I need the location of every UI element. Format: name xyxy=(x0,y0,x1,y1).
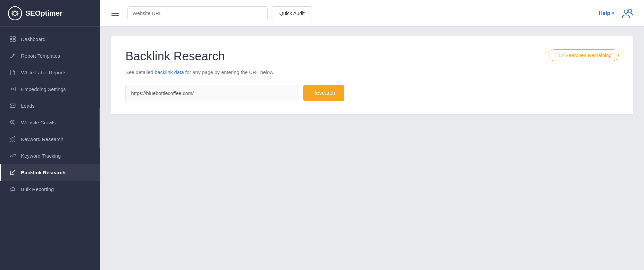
edit-icon xyxy=(9,52,16,59)
user-avatar-button[interactable] xyxy=(621,7,635,20)
header-url-input[interactable] xyxy=(127,6,268,20)
help-button[interactable]: Help ▾ xyxy=(599,10,614,16)
hamburger-line-1 xyxy=(111,11,119,11)
sidebar-item-backlink-research[interactable]: Backlink Research xyxy=(0,164,100,181)
svg-line-9 xyxy=(14,124,15,125)
sidebar-item-website-crawls[interactable]: Website Crawls xyxy=(0,114,100,131)
external-link-icon xyxy=(9,169,16,176)
desc-after: for any page by entering the URL below. xyxy=(184,69,274,75)
main-content: Backlink Research See detailed backlink … xyxy=(100,27,644,270)
svg-rect-12 xyxy=(10,138,11,141)
hamburger-line-3 xyxy=(111,15,119,16)
sidebar-item-leads-label: Leads xyxy=(21,103,35,109)
searches-remaining-badge: 112 Searches Remaining xyxy=(549,49,619,61)
hamburger-button[interactable] xyxy=(109,9,121,18)
desc-before: See detailed xyxy=(125,69,155,75)
svg-point-16 xyxy=(624,10,628,13)
svg-point-1 xyxy=(13,12,17,15)
svg-rect-3 xyxy=(13,36,16,39)
sidebar-item-backlink-research-label: Backlink Research xyxy=(21,170,65,175)
sidebar-item-report-templates[interactable]: Report Templates xyxy=(0,47,100,64)
sidebar-item-embedding-settings[interactable]: Embedding Settings xyxy=(0,81,100,97)
quick-audit-button[interactable]: Quick Audit xyxy=(272,6,312,20)
sidebar-item-dashboard-label: Dashboard xyxy=(21,36,45,42)
svg-rect-2 xyxy=(10,36,12,39)
help-caret-icon: ▾ xyxy=(612,11,614,16)
sidebar: SEOptimer Dashboard Report xyxy=(0,0,100,270)
trending-icon xyxy=(9,152,16,159)
cloud-icon xyxy=(9,185,16,193)
research-search-row: Research xyxy=(125,85,619,101)
main-area: Quick Audit Help ▾ Backlink Research See… xyxy=(100,0,644,270)
bar-chart-icon xyxy=(9,135,16,143)
svg-rect-5 xyxy=(13,40,16,42)
sidebar-item-embedding-settings-label: Embedding Settings xyxy=(21,86,66,92)
logo-text: SEOptimer xyxy=(25,9,62,18)
sidebar-item-keyword-tracking[interactable]: Keyword Tracking xyxy=(0,147,100,164)
sidebar-item-keyword-tracking-label: Keyword Tracking xyxy=(21,153,61,159)
card-description: See detailed backlink data for any page … xyxy=(125,69,619,75)
search-circle-icon xyxy=(9,119,16,126)
sidebar-item-keyword-research-label: Keyword Research xyxy=(21,136,63,142)
file-icon xyxy=(9,69,16,76)
sidebar-item-bulk-reporting[interactable]: Bulk Reporting xyxy=(0,181,100,197)
sidebar-item-bulk-reporting-label: Bulk Reporting xyxy=(21,186,54,192)
svg-rect-13 xyxy=(12,137,13,141)
sidebar-item-dashboard[interactable]: Dashboard xyxy=(0,31,100,47)
avatar-icon xyxy=(622,7,634,20)
sidebar-item-report-templates-label: Report Templates xyxy=(21,53,60,59)
mail-icon xyxy=(9,102,16,109)
sidebar-item-keyword-research[interactable]: Keyword Research xyxy=(0,131,100,147)
hamburger-line-2 xyxy=(111,13,119,14)
header: Quick Audit Help ▾ xyxy=(100,0,644,27)
embed-icon xyxy=(9,85,16,93)
svg-rect-7 xyxy=(10,104,15,108)
sidebar-item-white-label-reports-label: White Label Reports xyxy=(21,70,66,75)
sidebar-navigation: Dashboard Report Templates White Label R… xyxy=(0,27,100,270)
scroll-indicator xyxy=(99,108,100,148)
sidebar-item-leads[interactable]: Leads xyxy=(0,97,100,114)
desc-link: backlink data xyxy=(155,69,184,75)
help-label: Help xyxy=(599,10,610,16)
svg-rect-4 xyxy=(10,40,12,42)
research-button[interactable]: Research xyxy=(303,85,344,101)
page-title: Backlink Research xyxy=(125,49,619,63)
grid-icon xyxy=(9,35,16,43)
research-url-input[interactable] xyxy=(125,85,299,101)
svg-line-15 xyxy=(12,170,15,173)
svg-rect-14 xyxy=(14,137,15,142)
backlink-research-card: Backlink Research See detailed backlink … xyxy=(111,36,633,114)
sidebar-logo: SEOptimer xyxy=(0,0,100,27)
seoptimer-logo-icon xyxy=(8,6,22,20)
sidebar-item-website-crawls-label: Website Crawls xyxy=(21,120,56,125)
sidebar-item-white-label-reports[interactable]: White Label Reports xyxy=(0,64,100,81)
svg-point-17 xyxy=(628,9,632,13)
